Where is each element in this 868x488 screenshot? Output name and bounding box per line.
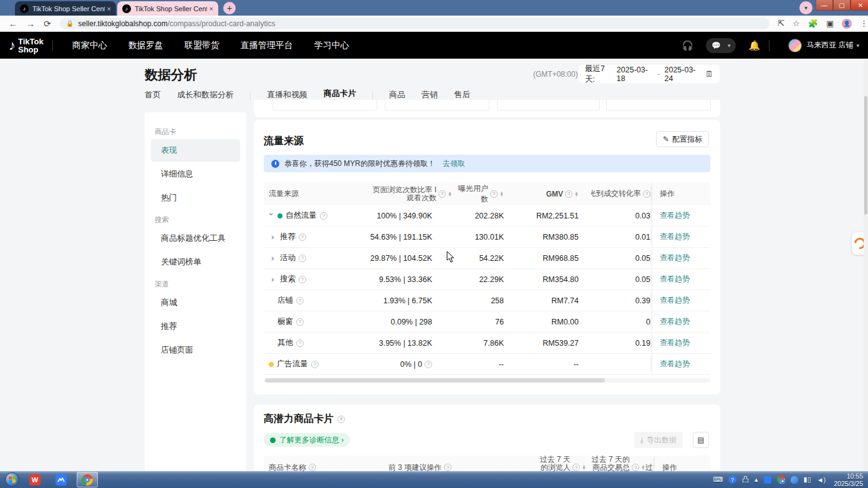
- diagnosis-link-pill[interactable]: 了解更多诊断信息 ›: [264, 433, 350, 447]
- maximize-button[interactable]: ▢: [833, 0, 851, 11]
- view-trend-link[interactable]: 查看趋势: [660, 359, 690, 369]
- tab-search-icon[interactable]: ▾: [799, 1, 813, 14]
- back-icon[interactable]: ←: [9, 19, 17, 29]
- horizontal-scrollbar[interactable]: [264, 378, 710, 383]
- scrollbar-thumb[interactable]: [265, 378, 605, 383]
- forward-icon[interactable]: →: [26, 19, 35, 29]
- col-conversion-rate[interactable]: 曝光到成交转化率 ?: [591, 188, 652, 199]
- info-icon[interactable]: ?: [309, 464, 316, 471]
- info-icon[interactable]: ?: [425, 361, 432, 368]
- view-trend-link[interactable]: 查看趋势: [660, 253, 690, 263]
- sidebar-item[interactable]: 详细信息: [151, 163, 240, 185]
- tab-close-icon[interactable]: ×: [107, 5, 111, 12]
- tab-home[interactable]: 首页: [145, 89, 161, 104]
- tab-close-icon[interactable]: ×: [210, 5, 213, 12]
- nav-item-affiliate[interactable]: 联盟带货: [185, 40, 219, 51]
- nav-item-seller-center[interactable]: 商家中心: [72, 40, 107, 51]
- sidebar-item[interactable]: 关键词榜单: [151, 251, 240, 273]
- sidebar-item[interactable]: 店铺页面: [151, 339, 240, 361]
- browser-tab-1[interactable]: ♪ TikTok Shop Seller Center | Cre ×: [15, 1, 116, 16]
- view-trend-link[interactable]: 查看趋势: [660, 316, 690, 327]
- view-trend-link[interactable]: 查看趋势: [660, 274, 690, 285]
- info-icon[interactable]: ?: [299, 255, 306, 262]
- sidebar-item[interactable]: 热门: [151, 187, 240, 209]
- sidebar-item[interactable]: 表现: [151, 139, 240, 162]
- tray-cloud-icon[interactable]: [791, 476, 798, 484]
- keyboard-icon[interactable]: ⌨: [713, 476, 723, 484]
- info-icon[interactable]: ?: [444, 464, 451, 471]
- export-data-button[interactable]: ⤓ 导出数据: [634, 432, 683, 448]
- volume-icon[interactable]: ◄): [817, 476, 826, 484]
- sidebar-item[interactable]: 推荐: [151, 315, 240, 338]
- sidebar-item[interactable]: 商城: [151, 291, 240, 314]
- browser-menu-icon[interactable]: ⋮: [860, 19, 868, 28]
- info-icon[interactable]: ?: [337, 416, 345, 423]
- col-gmv[interactable]: GMV ? ▲▼: [523, 190, 591, 198]
- col-exposed-users[interactable]: 曝光用户数 ? ▲▼: [457, 183, 523, 205]
- info-icon[interactable]: ?: [490, 190, 498, 198]
- tray-chrome-icon[interactable]: [777, 476, 785, 484]
- sort-icon[interactable]: ▲▼: [641, 465, 645, 470]
- expand-chevron-icon[interactable]: ›: [271, 232, 277, 242]
- report-doc-button[interactable]: ▤: [693, 432, 709, 448]
- expand-chevron-icon[interactable]: ›: [271, 275, 277, 284]
- expand-chevron-icon[interactable]: ›: [271, 253, 277, 263]
- tray-app-icon[interactable]: [764, 476, 771, 484]
- url-input[interactable]: 🔒 seller.tiktokglobalshop.com/compass/pr…: [60, 17, 769, 29]
- shop-avatar[interactable]: [788, 39, 802, 52]
- view-trend-link[interactable]: 查看趋势: [660, 338, 690, 348]
- sort-icon[interactable]: ▲▼: [448, 192, 452, 197]
- info-icon[interactable]: ?: [296, 339, 304, 347]
- nav-item-live-platform[interactable]: 直播管理平台: [241, 40, 293, 51]
- configure-metrics-button[interactable]: ✎ 配置指标: [656, 131, 709, 147]
- sidebar-item[interactable]: 商品标题优化工具: [151, 227, 240, 250]
- vertical-scrollbar[interactable]: [864, 59, 868, 471]
- info-icon[interactable]: ?: [299, 276, 306, 283]
- tray-expand-icon[interactable]: ▴: [755, 476, 758, 484]
- extensions-icon[interactable]: 🧩: [808, 19, 818, 28]
- close-button[interactable]: ✕: [851, 0, 868, 11]
- date-range-picker[interactable]: 最近7天: 2025-03-18 - 2025-03-24 🗓: [579, 65, 720, 83]
- view-trend-link[interactable]: 查看趋势: [660, 232, 690, 242]
- info-icon[interactable]: ?: [438, 190, 446, 198]
- headset-support-icon[interactable]: 🎧: [682, 40, 693, 51]
- start-button[interactable]: [5, 472, 19, 487]
- calendar-icon[interactable]: 🗓: [705, 69, 713, 79]
- network-icon[interactable]: ▮▯: [804, 476, 811, 484]
- nav-item-learning-center[interactable]: 学习中心: [314, 40, 349, 51]
- taskbar-chrome-icon[interactable]: [77, 472, 98, 487]
- view-trend-link[interactable]: 查看趋势: [660, 295, 690, 306]
- tab-growth-analytics[interactable]: 成长和数据分析: [177, 89, 234, 104]
- info-icon[interactable]: ?: [296, 297, 304, 305]
- info-icon[interactable]: ?: [296, 318, 304, 326]
- expand-chevron-icon[interactable]: ›: [267, 213, 276, 218]
- taskbar-clock[interactable]: 10:55 2025/3/25: [834, 472, 863, 487]
- nav-item-data-compass[interactable]: 数据罗盘: [128, 40, 163, 51]
- sort-icon[interactable]: ▲▼: [499, 192, 504, 197]
- share-icon[interactable]: ⇱: [778, 19, 784, 28]
- messages-pill[interactable]: 💬 ▾: [706, 38, 736, 53]
- sort-icon[interactable]: ▲▼: [582, 465, 586, 470]
- info-icon[interactable]: ?: [311, 361, 319, 368]
- taskbar-wps-icon[interactable]: W: [24, 472, 46, 487]
- notification-bell-icon[interactable]: 🔔: [748, 40, 760, 51]
- info-icon[interactable]: ?: [643, 190, 650, 198]
- minimize-button[interactable]: —: [816, 0, 833, 11]
- ime-icon[interactable]: 凸: [742, 475, 749, 484]
- bookmark-star-icon[interactable]: ☆: [793, 19, 800, 28]
- view-trend-link[interactable]: 查看趋势: [660, 210, 690, 221]
- info-icon[interactable]: ?: [572, 464, 580, 471]
- browser-tab-2[interactable]: ♪ TikTok Shop Seller Center | Cre ×: [117, 1, 218, 16]
- info-icon[interactable]: ?: [565, 190, 572, 198]
- refresh-icon[interactable]: ⟳: [44, 19, 51, 29]
- claim-coupon-link[interactable]: 去领取: [443, 159, 465, 169]
- side-panel-icon[interactable]: ▣: [826, 19, 834, 28]
- help-icon[interactable]: ?: [728, 476, 736, 484]
- info-icon[interactable]: ?: [632, 464, 639, 471]
- info-icon[interactable]: ?: [320, 212, 327, 220]
- taskbar-app-icon[interactable]: [51, 472, 72, 487]
- new-tab-button[interactable]: +: [223, 2, 236, 14]
- col-pv-ratio[interactable]: 页面浏览次数比率 I 观看次数 ? ▲▼: [357, 186, 457, 202]
- info-icon[interactable]: ?: [299, 233, 306, 241]
- sort-icon[interactable]: ▲▼: [574, 192, 579, 197]
